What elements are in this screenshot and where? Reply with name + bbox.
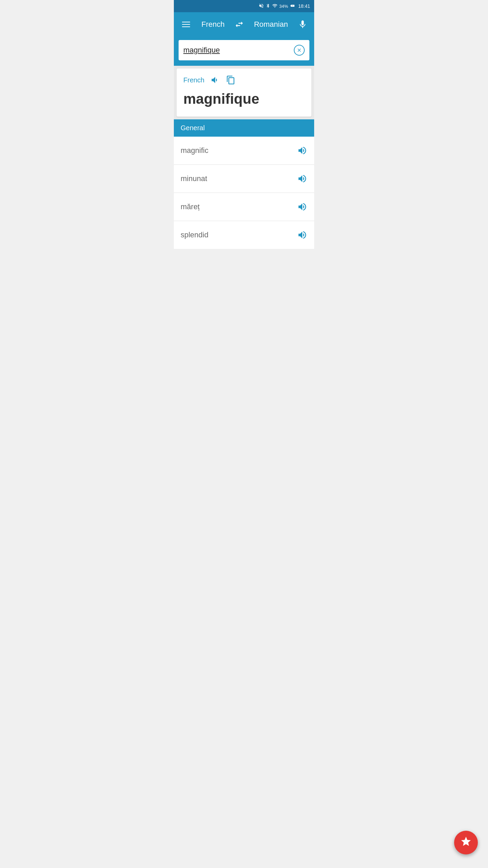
card-language-label: French <box>183 76 204 84</box>
source-language-button[interactable]: French <box>201 20 224 29</box>
microphone-button[interactable] <box>298 20 307 29</box>
translation-sound-button[interactable] <box>297 230 307 240</box>
translation-item: magnific <box>174 137 314 165</box>
translation-word: magnific <box>181 146 208 155</box>
search-input[interactable] <box>183 46 294 55</box>
bluetooth-icon <box>266 3 270 9</box>
translation-sound-button[interactable] <box>297 202 307 212</box>
battery-percentage: 34% <box>279 4 288 9</box>
translation-word: minunat <box>181 174 207 183</box>
menu-button[interactable] <box>181 20 191 28</box>
mute-icon <box>259 3 264 9</box>
translation-word: măreț <box>181 202 200 211</box>
translation-sound-button[interactable] <box>297 145 307 156</box>
translation-item: minunat <box>174 165 314 193</box>
translation-card-wrapper: French magnifique <box>174 66 314 119</box>
battery-icon <box>290 3 295 9</box>
svg-rect-0 <box>291 5 292 6</box>
clear-button[interactable] <box>294 45 305 56</box>
translation-sound-button[interactable] <box>297 174 307 184</box>
signal-icon <box>272 3 278 9</box>
translation-item: măreț <box>174 193 314 221</box>
swap-languages-button[interactable] <box>235 20 244 29</box>
search-bar <box>174 37 314 66</box>
toolbar: French Romanian <box>174 12 314 37</box>
section-title: General <box>181 124 205 132</box>
source-word: magnifique <box>183 91 305 107</box>
translations-list: magnific minunat măreț splendid <box>174 137 314 249</box>
card-header: French <box>183 75 305 85</box>
status-icons: 34% 18:41 <box>259 3 310 9</box>
card-sound-button[interactable] <box>210 75 220 85</box>
section-header: General <box>174 119 314 137</box>
search-input-wrapper <box>179 40 309 60</box>
target-language-button[interactable]: Romanian <box>254 20 288 29</box>
translation-word: splendid <box>181 231 208 239</box>
card-copy-button[interactable] <box>226 75 236 85</box>
status-bar: 34% 18:41 <box>174 0 314 12</box>
translation-card: French magnifique <box>177 68 311 117</box>
status-time: 18:41 <box>298 3 310 9</box>
translation-item: splendid <box>174 221 314 249</box>
